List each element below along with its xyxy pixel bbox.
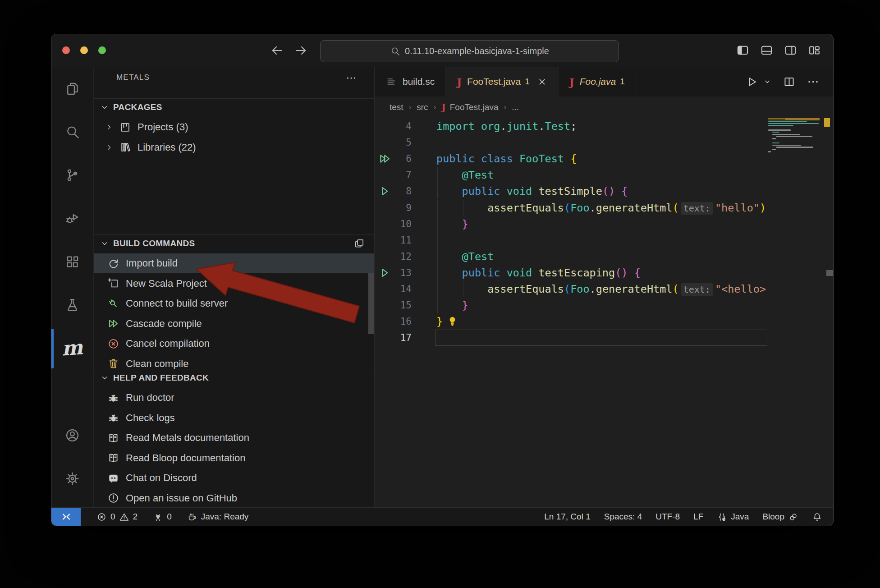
close-window-button[interactable] [62,46,70,54]
open-in-editor-icon[interactable] [353,238,365,249]
customize-layout-icon[interactable] [807,43,821,57]
sidebar-item[interactable]: Run doctor [94,388,374,408]
trash-icon [107,358,119,370]
activity-item-testing[interactable] [51,283,93,326]
code-text: } [436,216,468,232]
status-item-problems[interactable]: 02 [96,512,138,522]
sidebar-item[interactable]: Chat on Discord [94,468,374,488]
activity-item-source-control[interactable] [51,153,93,197]
sidebar-item-label: Chat on Discord [126,472,197,484]
sidebar-item[interactable]: Connect to build server [94,294,374,313]
toggle-panel-icon[interactable] [760,43,774,57]
line-number: 7 [375,167,412,183]
status-item-bloop[interactable]: Bloop [762,512,798,522]
stop-circle-icon [107,338,119,350]
current-line-highlight [435,330,767,346]
breadcrumb-item[interactable]: ... [512,102,519,112]
code-text: @Test [436,248,494,265]
breadcrumb-item[interactable]: test [390,102,403,112]
minimap[interactable] [768,118,820,153]
code-line-16: 16} [375,313,833,330]
run-file-icon[interactable] [745,75,758,88]
editor-group: build.scJFooTest.java1JFoo.java1 test›sr… [375,67,833,508]
issue-icon [107,492,119,504]
status-item-java-status[interactable]: Java: Ready [187,512,249,522]
sidebar-item[interactable]: Libraries (22) [94,138,374,157]
bug-icon [107,392,119,404]
remote-indicator[interactable] [51,508,81,526]
scrollbar-thumb[interactable] [826,270,833,276]
activity-item-extensions[interactable] [51,240,93,283]
sidebar-item[interactable]: Read Bloop documentation [94,448,374,468]
activity-item-explorer[interactable] [51,67,93,110]
breadcrumb-item[interactable]: src [417,102,428,112]
chevron-right-icon [105,143,114,152]
status-item-indentation[interactable]: Spaces: 4 [604,512,642,522]
status-item-cursor-position[interactable]: Ln 17, Col 1 [544,512,590,522]
zoom-window-button[interactable] [98,46,106,54]
minimize-window-button[interactable] [80,46,88,54]
section-header-help-and-feedback[interactable]: HELP AND FEEDBACK [94,369,374,386]
section-label: PACKAGES [113,102,162,112]
run-dropdown-icon[interactable] [763,77,772,86]
more-actions-icon[interactable] [807,75,820,88]
sidebar-item[interactable]: Import build [94,253,374,273]
sidebar-item[interactable]: Cancel compilation [94,334,374,354]
tab-FooTest.java[interactable]: JFooTest.java1 [446,67,559,96]
status-item-ports[interactable]: 0 [153,512,172,522]
sidebar-title: METALS [116,67,150,88]
buildfile-icon [385,76,397,87]
code-text: } [436,313,458,330]
sidebar-item[interactable]: New Scala Project [94,274,374,294]
activity-item-run-and-debug[interactable] [51,197,93,240]
back-arrow-icon[interactable] [270,43,284,58]
status-item-notifications[interactable] [812,512,822,522]
sidebar-item[interactable]: Projects (3) [94,117,374,137]
tab-Foo.java[interactable]: JFoo.java1 [559,67,636,96]
status-item-encoding[interactable]: UTF-8 [655,512,680,522]
activity-item-settings[interactable] [51,457,93,500]
activity-item-search[interactable] [51,110,93,153]
command-center[interactable]: 0.11.10-example-basicjava-1-simple [320,40,619,62]
activity-item-metals[interactable]: m [51,326,93,370]
code-line-10: 10 } [375,216,833,232]
status-text: 2 [133,512,138,522]
code-editor[interactable]: 4import org.junit.Test;56public class Fo… [375,118,833,508]
remote-icon [61,511,72,522]
code-line-15: 15 } [375,297,833,313]
overview-ruler[interactable] [820,67,833,508]
line-number: 11 [375,232,412,248]
activity-item-accounts[interactable] [51,413,93,457]
sidebar-item-label: Libraries (22) [138,142,196,153]
split-editor-icon[interactable] [783,75,796,88]
status-item-eol[interactable]: LF [693,512,703,522]
sidebar-item[interactable]: Check logs [94,408,374,428]
section-header-build-commands[interactable]: BUILD COMMANDS [94,234,374,252]
lightbulb-icon[interactable] [446,315,458,327]
forward-arrow-icon[interactable] [293,43,308,58]
status-item-language-mode[interactable]: Java [717,512,749,522]
sidebar-item[interactable]: Cascade compile [94,314,374,334]
close-icon[interactable] [537,77,547,87]
toggle-primary-sidebar-icon[interactable] [736,43,750,57]
line-number: 13 [375,265,412,281]
java-file-icon: J [457,76,462,88]
sidebar-item[interactable]: Read Metals documentation [94,428,374,448]
line-number: 14 [375,281,412,297]
sidebar-more-actions-icon[interactable] [345,72,357,84]
discord-icon [107,472,119,484]
code-text: assertEquals(Foo.generateHtml(text:"hell… [436,200,766,216]
project-icon [119,121,131,133]
toggle-secondary-sidebar-icon[interactable] [784,43,798,57]
tab-build.sc[interactable]: build.sc [375,67,446,96]
code-line-4: 4import org.junit.Test; [375,118,833,134]
tab-label: FooTest.java [467,76,521,87]
sidebar-item[interactable]: Open an issue on GitHub [94,488,374,508]
new-project-icon [107,277,119,289]
sidebar-item-label: Import build [126,257,178,269]
chevron-right-icon [105,123,114,132]
testing-icon [64,297,80,313]
breadcrumb-item[interactable]: JFooTest.java [441,102,498,113]
java-file-icon: J [569,76,574,88]
section-header-packages[interactable]: PACKAGES [94,98,374,116]
